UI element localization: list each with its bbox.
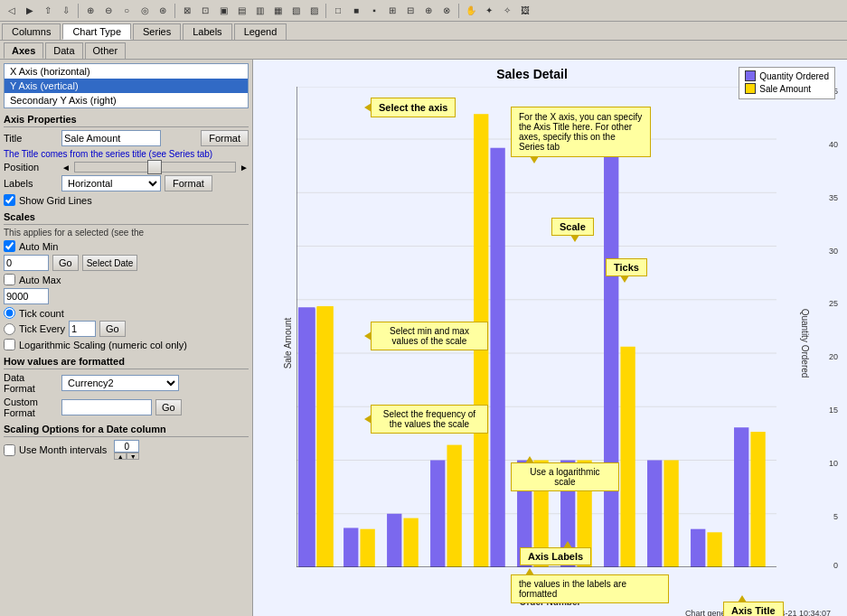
max-value-row [4, 288, 249, 304]
toolbar-icon-5[interactable]: ⊕ [82, 3, 99, 19]
use-month-checkbox[interactable] [4, 444, 15, 456]
month-spinner-down[interactable]: ▼ [127, 453, 139, 460]
title-label: Title [4, 133, 58, 144]
labels-format-button[interactable]: Format [165, 175, 212, 191]
tab-chart-type[interactable]: Chart Type [62, 23, 131, 40]
callout-min-max: Select min and max values of the scale [371, 322, 488, 350]
custom-format-go-button[interactable]: Go [155, 399, 182, 415]
callout-log-scale: Use a logarithmic scale [511, 462, 619, 491]
log-scaling-row: Logarithmic Scaling (numeric col only) [4, 339, 249, 350]
auto-min-row: Auto Min [4, 240, 249, 252]
toolbar-icon-3[interactable]: ⇧ [40, 3, 56, 19]
axis-properties-title: Axis Properties [4, 114, 249, 127]
svg-rect-22 [447, 445, 461, 567]
toolbar-icon-9[interactable]: ⊛ [155, 3, 171, 19]
month-intervals-row: Use Month intervals ▲ ▼ [4, 440, 249, 460]
svg-rect-32 [663, 461, 678, 567]
tick-count-row: Tick count [4, 307, 249, 319]
tick-count-radio[interactable] [4, 307, 15, 319]
month-spinner-up[interactable]: ▲ [114, 453, 127, 460]
toolbar-icon-1[interactable]: ◁ [4, 3, 20, 19]
show-grid-lines-checkbox[interactable] [4, 194, 15, 206]
data-format-select[interactable]: Currency2 Number Percent Date Text [61, 375, 179, 391]
callout-ticks: Ticks [606, 258, 647, 276]
toolbar-icon-25[interactable]: ✋ [463, 3, 479, 19]
callout-select-axis: Select the axis [371, 98, 456, 117]
chart-legend: Quantity Ordered Sale Amount [739, 67, 835, 99]
scaling-options-title: Scaling Options for a Date column [4, 424, 249, 437]
custom-format-input[interactable] [61, 399, 152, 415]
labels-row: Labels Horizontal Vertical None Format [4, 175, 249, 191]
toolbar-icon-12[interactable]: ▣ [215, 3, 231, 19]
toolbar-icon-28[interactable]: 🖼 [517, 3, 533, 19]
log-scaling-checkbox[interactable] [4, 339, 15, 350]
toolbar-icon-10[interactable]: ⊠ [179, 3, 195, 19]
toolbar-icon-26[interactable]: ✦ [481, 3, 497, 19]
toolbar-icon-17[interactable]: ▨ [306, 3, 322, 19]
toolbar-icon-19[interactable]: ■ [348, 3, 364, 19]
toolbar-icon-18[interactable]: □ [330, 3, 346, 19]
toolbar-icon-2[interactable]: ▶ [22, 3, 38, 19]
max-value-input[interactable] [4, 288, 49, 304]
auto-max-label: Auto Max [19, 275, 61, 285]
position-slider-thumb[interactable] [147, 160, 162, 174]
callout-scale: Scale [551, 218, 594, 236]
svg-rect-21 [430, 461, 445, 567]
toolbar-icon-20[interactable]: ▪ [366, 3, 382, 19]
toolbar-icon-16[interactable]: ▧ [287, 3, 304, 19]
min-value-input[interactable] [4, 255, 49, 271]
min-select-date-button[interactable]: Select Date [82, 255, 138, 271]
data-format-label: Data Format [4, 372, 58, 394]
month-spinner-input[interactable] [114, 440, 139, 453]
chart-title: Sales Detail [296, 67, 767, 81]
tick-every-input[interactable] [69, 321, 96, 337]
toolbar-icon-7[interactable]: ○ [118, 3, 135, 19]
toolbar-icon-22[interactable]: ⊟ [402, 3, 419, 19]
toolbar-icon-11[interactable]: ⊡ [197, 3, 213, 19]
sub-tab-other[interactable]: Other [85, 42, 127, 59]
position-slider-track[interactable] [74, 162, 236, 173]
auto-min-label: Auto Min [19, 241, 58, 252]
show-grid-lines-row: Show Grid Lines [4, 194, 249, 206]
axis-item-x[interactable]: X Axis (horizontal) [5, 64, 248, 79]
tick-every-go-button[interactable]: Go [99, 321, 126, 337]
tab-labels[interactable]: Labels [183, 23, 231, 40]
auto-min-checkbox[interactable] [4, 240, 15, 252]
axis-item-secondary[interactable]: Secondary Y Axis (right) [5, 93, 248, 107]
data-format-row: Data Format Currency2 Number Percent Dat… [4, 372, 249, 394]
title-input[interactable] [61, 130, 161, 146]
auto-max-checkbox[interactable] [4, 274, 15, 285]
tab-legend[interactable]: Legend [234, 23, 287, 40]
title-format-button[interactable]: Format [201, 130, 249, 146]
min-go-button[interactable]: Go [52, 255, 79, 271]
sub-tab-axes[interactable]: Axes [4, 42, 43, 59]
tick-every-row: Tick Every Go [4, 321, 249, 337]
toolbar-icon-21[interactable]: ⊞ [384, 3, 400, 19]
toolbar-icon-23[interactable]: ⊕ [420, 3, 437, 19]
svg-rect-33 [691, 529, 705, 567]
toolbar-icon-6[interactable]: ⊖ [100, 3, 117, 19]
axis-item-y[interactable]: Y Axis (vertical) [5, 79, 248, 93]
auto-max-row: Auto Max [4, 274, 249, 285]
callout-values-formatted: the values in the labels are formatted [511, 574, 669, 603]
callout-frequency: Select the frequency of the values the s… [371, 405, 488, 434]
tab-columns[interactable]: Columns [2, 23, 61, 40]
tick-every-radio[interactable] [4, 323, 15, 335]
y-left-axis-title: Sale Amount [283, 318, 293, 369]
sub-tab-data[interactable]: Data [45, 42, 82, 59]
svg-rect-34 [707, 532, 721, 567]
toolbar-icon-24[interactable]: ⊗ [438, 3, 455, 19]
callout-x-axis-info: For the X axis, you can specify the Axis… [511, 107, 651, 157]
toolbar-icon-8[interactable]: ◎ [136, 3, 153, 19]
labels-select[interactable]: Horizontal Vertical None [61, 175, 161, 191]
toolbar-icon-14[interactable]: ▥ [251, 3, 268, 19]
legend-color-quantity [745, 70, 756, 81]
toolbar-icon-15[interactable]: ▦ [269, 3, 286, 19]
tab-series[interactable]: Series [133, 23, 181, 40]
toolbar-icon-27[interactable]: ✧ [499, 3, 515, 19]
title-note: The Title comes from the series title (s… [4, 149, 249, 159]
toolbar-icon-4[interactable]: ⇩ [58, 3, 74, 19]
separator3 [325, 4, 326, 18]
svg-rect-30 [620, 347, 635, 567]
toolbar-icon-13[interactable]: ▤ [233, 3, 249, 19]
